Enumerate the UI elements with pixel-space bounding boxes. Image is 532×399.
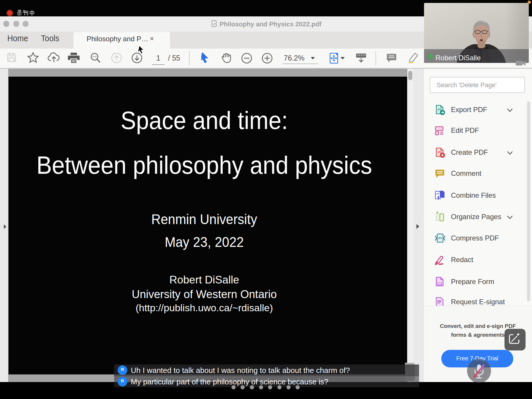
svg-text:Robert DiSalle: Robert DiSalle bbox=[435, 54, 481, 62]
